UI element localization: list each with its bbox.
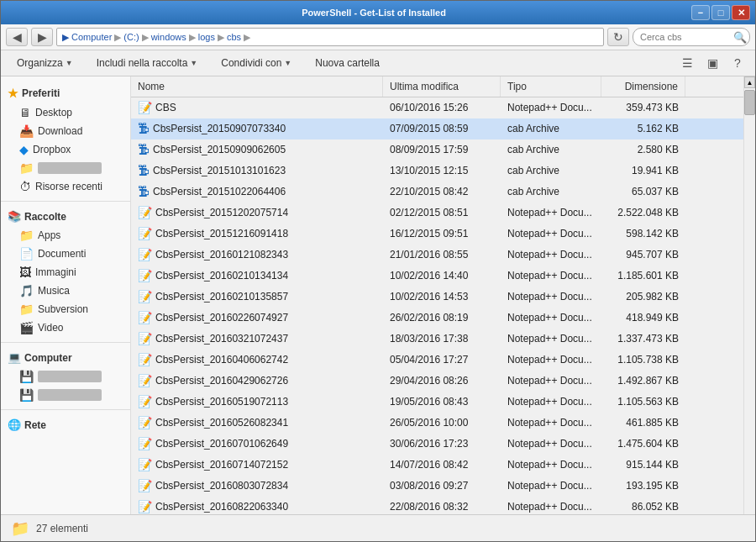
table-row[interactable]: 📝 CbsPersist_20160406062742 05/04/2016 1… (131, 350, 743, 371)
refresh-button[interactable]: ↻ (607, 28, 629, 46)
table-row[interactable]: 📝 CbsPersist_20160226074927 26/02/2016 0… (131, 308, 743, 329)
table-row[interactable]: 📝 CbsPersist_20160429062726 29/04/2016 0… (131, 371, 743, 392)
file-name: CbsPersist_20150909062605 (153, 144, 286, 155)
include-button[interactable]: Includi nella raccolta ▼ (87, 54, 207, 72)
file-name: CbsPersist_20160701062649 (155, 438, 288, 450)
table-row[interactable]: 🗜 CbsPersist_20151013101623 13/10/2015 1… (131, 160, 743, 182)
toolbar-right: ☰ ▣ ? (676, 54, 748, 72)
sidebar-item-download[interactable]: 📥 Download (1, 122, 130, 140)
col-header-size[interactable]: Dimensione (601, 76, 685, 97)
col-header-name[interactable]: Nome (131, 76, 383, 97)
view-button[interactable]: ☰ (676, 54, 698, 72)
sidebar-item-images[interactable]: 🖼 Immagini (1, 263, 130, 282)
sidebar-item-dropbox[interactable]: ◆ Dropbox (1, 140, 130, 159)
sidebar-item-blurred1[interactable]: 📁 ████████ (1, 159, 130, 177)
pane-button[interactable]: ▣ (701, 54, 723, 72)
sidebar-item-music[interactable]: 🎵 Musica (1, 282, 130, 300)
sidebar-item-drive2[interactable]: 💾 ████████ (1, 386, 130, 404)
sidebar-computer-header[interactable]: 💻 Computer (1, 348, 130, 367)
help-button[interactable]: ? (727, 54, 748, 72)
share-arrow: ▼ (284, 59, 291, 67)
address-path[interactable]: ▶ Computer ▶ (C:) ▶ windows ▶ logs ▶ cbs… (56, 28, 604, 46)
file-name: CbsPersist_20151013101623 (153, 165, 286, 176)
scrollbar-thumb[interactable] (744, 90, 755, 115)
table-row[interactable]: 📝 CbsPersist_20160822063340 22/08/2016 0… (131, 497, 743, 514)
file-date-cell: 13/10/2015 12:15 (383, 163, 501, 178)
table-row[interactable]: 📝 CbsPersist_20160519072113 19/05/2016 0… (131, 392, 743, 413)
file-date-cell: 08/09/2015 17:59 (383, 142, 501, 157)
search-input[interactable] (633, 28, 750, 46)
file-name-cell: 📝 CbsPersist_20151216091418 (131, 225, 383, 242)
sidebar-item-desktop[interactable]: 🖥 Desktop (1, 103, 130, 122)
organize-button[interactable]: Organizza ▼ (8, 54, 82, 72)
scrollbar[interactable]: ▲ (743, 76, 755, 514)
sidebar-item-apps[interactable]: 📁 Apps (1, 226, 130, 245)
table-row[interactable]: 🗜 CbsPersist_20150907073340 07/09/2015 0… (131, 118, 743, 139)
maximize-button[interactable]: □ (711, 5, 730, 20)
table-row[interactable]: 📝 CbsPersist_20160803072834 03/08/2016 0… (131, 476, 743, 497)
table-row[interactable]: 📝 CbsPersist_20160701062649 30/06/2016 1… (131, 434, 743, 455)
table-row[interactable]: 📝 CbsPersist_20160210134134 10/02/2016 1… (131, 266, 743, 287)
file-size-cell: 19.941 KB (601, 163, 685, 178)
file-name-cell: 🗜 CbsPersist_20150909062605 (131, 141, 383, 158)
table-row[interactable]: 🗜 CbsPersist_20150909062605 08/09/2015 1… (131, 139, 743, 160)
table-row[interactable]: 📝 CbsPersist_20160526082341 26/05/2016 1… (131, 413, 743, 434)
file-name: CbsPersist_20160526082341 (155, 417, 288, 429)
toolbar: Organizza ▼ Includi nella raccolta ▼ Con… (1, 50, 755, 76)
close-button[interactable]: ✕ (732, 5, 750, 20)
table-row[interactable]: 📝 CbsPersist_20151216091418 16/12/2015 0… (131, 224, 743, 245)
share-button[interactable]: Condividi con ▼ (212, 54, 301, 72)
sidebar-item-recent[interactable]: ⏱ Risorse recenti (1, 177, 130, 196)
sidebar-item-drive1[interactable]: 💾 ████████ (1, 367, 130, 386)
col-header-date[interactable]: Ultima modifica (383, 76, 501, 97)
file-size-cell: 2.580 KB (601, 142, 685, 157)
file-date-cell: 30/06/2016 17:23 (383, 436, 501, 451)
path-c-label[interactable]: (C:) (123, 32, 139, 42)
table-row[interactable]: 📝 CbsPersist_20160210135857 10/02/2016 1… (131, 287, 743, 308)
sidebar-music-label: Musica (38, 285, 70, 297)
table-row[interactable]: 📝 CbsPersist_20160121082343 21/01/2016 0… (131, 245, 743, 266)
sidebar-favorites-header[interactable]: ★ Preferiti (1, 83, 130, 103)
file-name-cell: 📝 CbsPersist_20151202075714 (131, 204, 383, 221)
file-name: CbsPersist_20160210135857 (155, 291, 288, 303)
table-row[interactable]: 🗜 CbsPersist_20151022064406 22/10/2015 0… (131, 182, 743, 203)
file-name: CbsPersist_20151202075714 (155, 207, 288, 218)
path-cbs-label[interactable]: cbs (227, 32, 241, 42)
sidebar-item-documents[interactable]: 📄 Documenti (1, 245, 130, 263)
path-computer[interactable]: ▶ (62, 32, 69, 43)
file-name: CbsPersist_20160714072152 (155, 459, 288, 471)
file-name-cell: 📝 CbsPersist_20160701062649 (131, 435, 383, 452)
table-row[interactable]: 📝 CbsPersist_20151202075714 02/12/2015 0… (131, 203, 743, 224)
file-type-cell: Notepad++ Docu... (501, 436, 601, 451)
file-type-cell: Notepad++ Docu... (501, 268, 601, 283)
sidebar-item-subversion[interactable]: 📁 Subversion (1, 300, 130, 318)
table-row[interactable]: 📝 CBS 06/10/2016 15:26 Notepad++ Docu...… (131, 97, 743, 118)
path-windows-label[interactable]: windows (151, 32, 186, 42)
scroll-up-button[interactable]: ▲ (744, 76, 755, 88)
file-name: CbsPersist_20160429062726 (155, 375, 288, 387)
main-content: ★ Preferiti 🖥 Desktop 📥 Download ◆ Dropb… (1, 76, 755, 514)
search-icon[interactable]: 🔍 (733, 31, 747, 44)
apps-icon: 📁 (19, 229, 34, 242)
file-type-cell: Notepad++ Docu... (501, 499, 601, 514)
file-date-cell: 26/02/2016 08:19 (383, 310, 501, 325)
file-size-cell: 1.105.563 KB (601, 394, 685, 409)
notepad-icon: 📝 (138, 227, 152, 240)
table-row[interactable]: 📝 CbsPersist_20160321072437 18/03/2016 1… (131, 329, 743, 350)
forward-button[interactable]: ▶ (31, 28, 53, 46)
window-controls: − □ ✕ (691, 5, 750, 20)
path-computer-label[interactable]: Computer (71, 32, 112, 42)
sidebar-item-video[interactable]: 🎬 Video (1, 318, 130, 337)
sidebar-libraries-header[interactable]: 📚 Raccolte (1, 207, 130, 226)
cab-icon: 🗜 (138, 164, 150, 177)
table-row[interactable]: 📝 CbsPersist_20160714072152 14/07/2016 0… (131, 455, 743, 476)
back-button[interactable]: ◀ (6, 28, 28, 46)
computer-label: Computer (24, 352, 72, 364)
new-folder-button[interactable]: Nuova cartella (306, 54, 389, 72)
file-name: CbsPersist_20160210134134 (155, 270, 288, 282)
minimize-button[interactable]: − (691, 5, 710, 20)
sidebar-network-header[interactable]: 🌐 Rete (1, 415, 130, 434)
col-header-type[interactable]: Tipo (501, 76, 601, 97)
path-logs-label[interactable]: logs (198, 32, 215, 42)
file-date-cell: 22/08/2016 08:32 (383, 499, 501, 514)
